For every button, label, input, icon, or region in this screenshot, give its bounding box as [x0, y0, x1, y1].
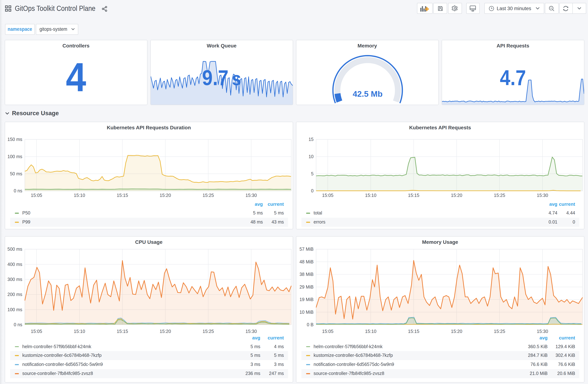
svg-text:57 MiB: 57 MiB: [299, 246, 314, 251]
svg-text:15:05: 15:05: [31, 192, 42, 198]
svg-text:5: 5: [311, 171, 314, 176]
svg-text:15:15: 15:15: [408, 192, 419, 198]
svg-text:15:20: 15:20: [451, 329, 462, 334]
svg-text:19 MiB: 19 MiB: [299, 297, 314, 302]
svg-text:0 ns: 0 ns: [14, 188, 22, 193]
svg-text:15:05: 15:05: [31, 329, 42, 334]
svg-text:15:20: 15:20: [160, 329, 171, 334]
svg-text:15:10: 15:10: [365, 192, 377, 198]
svg-text:15:25: 15:25: [494, 329, 505, 334]
svg-text:15:05: 15:05: [322, 192, 334, 198]
svg-text:15:30: 15:30: [245, 192, 257, 198]
svg-text:0: 0: [311, 188, 314, 193]
svg-text:300 ms: 300 ms: [7, 277, 22, 282]
svg-text:15:05: 15:05: [322, 329, 334, 334]
svg-text:0 ns: 0 ns: [14, 322, 22, 327]
svg-text:15:15: 15:15: [117, 329, 128, 334]
svg-text:15:20: 15:20: [451, 192, 462, 198]
svg-text:500 ms: 500 ms: [7, 246, 22, 251]
svg-text:15:30: 15:30: [245, 329, 257, 334]
svg-text:200 ms: 200 ms: [7, 292, 22, 297]
svg-text:0 B: 0 B: [307, 322, 314, 327]
svg-text:15:20: 15:20: [160, 192, 171, 198]
svg-text:15: 15: [309, 137, 314, 142]
svg-text:15:25: 15:25: [494, 192, 505, 198]
svg-text:15:25: 15:25: [203, 192, 214, 198]
svg-text:50 ms: 50 ms: [10, 171, 22, 176]
svg-text:10 MiB: 10 MiB: [299, 309, 314, 315]
svg-text:100 ms: 100 ms: [7, 307, 22, 312]
svg-text:15:15: 15:15: [408, 329, 419, 334]
svg-text:15:10: 15:10: [74, 192, 85, 198]
svg-text:38 MiB: 38 MiB: [299, 272, 314, 277]
svg-text:42.5 Mb: 42.5 Mb: [353, 89, 383, 98]
svg-text:150 ms: 150 ms: [7, 137, 22, 142]
svg-text:15:25: 15:25: [203, 329, 214, 334]
svg-text:15:30: 15:30: [537, 192, 548, 198]
svg-text:100 ms: 100 ms: [7, 154, 22, 159]
svg-text:15:30: 15:30: [537, 329, 548, 334]
svg-text:15:10: 15:10: [74, 329, 85, 334]
svg-text:15:15: 15:15: [117, 192, 128, 198]
svg-text:29 MiB: 29 MiB: [299, 284, 314, 289]
svg-text:15:10: 15:10: [365, 329, 377, 334]
svg-text:48 MiB: 48 MiB: [299, 259, 314, 264]
svg-text:400 ms: 400 ms: [7, 261, 22, 267]
svg-text:10: 10: [309, 154, 314, 159]
